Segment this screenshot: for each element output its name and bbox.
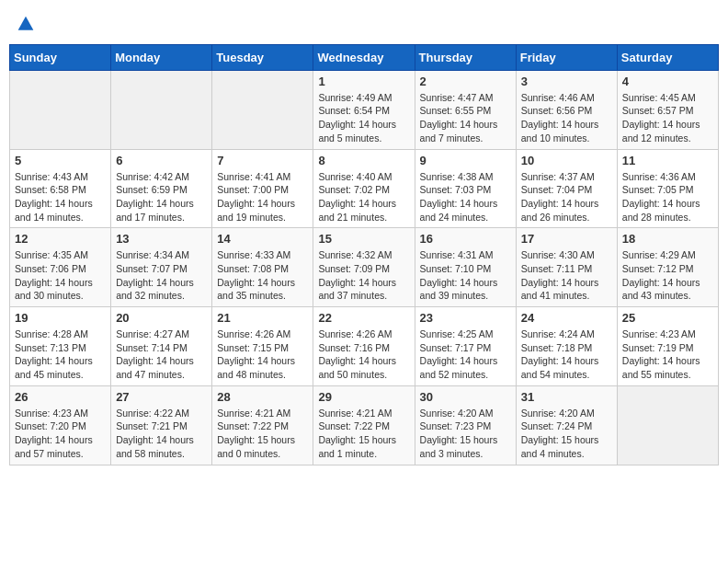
calendar-cell [111, 70, 212, 149]
header-row: SundayMondayTuesdayWednesdayThursdayFrid… [10, 44, 719, 70]
calendar-cell: 3Sunrise: 4:46 AM Sunset: 6:56 PM Daylig… [516, 70, 617, 149]
day-number: 17 [521, 232, 612, 246]
calendar-cell: 9Sunrise: 4:38 AM Sunset: 7:03 PM Daylig… [415, 149, 516, 228]
day-number: 25 [622, 311, 713, 325]
day-header-sunday: Sunday [10, 44, 111, 70]
cell-info: Sunrise: 4:32 AM Sunset: 7:09 PM Dayligh… [318, 248, 409, 303]
day-number: 22 [318, 311, 409, 325]
day-number: 31 [521, 390, 612, 404]
cell-info: Sunrise: 4:42 AM Sunset: 6:59 PM Dayligh… [116, 170, 207, 224]
calendar-cell: 21Sunrise: 4:26 AM Sunset: 7:15 PM Dayli… [212, 307, 313, 386]
cell-info: Sunrise: 4:26 AM Sunset: 7:16 PM Dayligh… [318, 327, 409, 382]
calendar-cell [617, 385, 718, 465]
cell-info: Sunrise: 4:43 AM Sunset: 6:58 PM Dayligh… [15, 170, 106, 224]
calendar-cell: 23Sunrise: 4:25 AM Sunset: 7:17 PM Dayli… [415, 307, 516, 386]
calendar-cell: 29Sunrise: 4:21 AM Sunset: 7:22 PM Dayli… [313, 385, 415, 465]
day-number: 8 [318, 154, 409, 167]
day-header-monday: Monday [111, 44, 212, 70]
day-number: 5 [15, 154, 106, 167]
logo [17, 13, 35, 33]
cell-info: Sunrise: 4:21 AM Sunset: 7:22 PM Dayligh… [217, 407, 308, 461]
day-number: 15 [318, 232, 409, 246]
logo-text [17, 13, 35, 33]
day-number: 12 [15, 232, 106, 246]
day-number: 1 [318, 75, 409, 88]
day-number: 29 [318, 390, 409, 404]
cell-info: Sunrise: 4:33 AM Sunset: 7:08 PM Dayligh… [217, 248, 308, 303]
cell-info: Sunrise: 4:45 AM Sunset: 6:57 PM Dayligh… [622, 91, 713, 145]
calendar-cell: 8Sunrise: 4:40 AM Sunset: 7:02 PM Daylig… [313, 149, 415, 228]
cell-info: Sunrise: 4:49 AM Sunset: 6:54 PM Dayligh… [318, 91, 409, 145]
cell-info: Sunrise: 4:31 AM Sunset: 7:10 PM Dayligh… [420, 248, 511, 303]
cell-info: Sunrise: 4:26 AM Sunset: 7:15 PM Dayligh… [217, 327, 308, 382]
logo-icon [17, 15, 35, 33]
calendar-cell: 16Sunrise: 4:31 AM Sunset: 7:10 PM Dayli… [415, 228, 516, 307]
calendar-cell: 15Sunrise: 4:32 AM Sunset: 7:09 PM Dayli… [313, 228, 415, 307]
calendar-cell: 6Sunrise: 4:42 AM Sunset: 6:59 PM Daylig… [111, 149, 212, 228]
calendar-cell: 2Sunrise: 4:47 AM Sunset: 6:55 PM Daylig… [415, 70, 516, 149]
calendar-cell [10, 70, 111, 149]
day-number: 28 [217, 390, 308, 404]
day-header-thursday: Thursday [415, 44, 516, 70]
cell-info: Sunrise: 4:47 AM Sunset: 6:55 PM Dayligh… [420, 91, 511, 145]
day-number: 30 [420, 390, 511, 404]
week-row-4: 19Sunrise: 4:28 AM Sunset: 7:13 PM Dayli… [10, 307, 719, 386]
cell-info: Sunrise: 4:20 AM Sunset: 7:23 PM Dayligh… [420, 407, 511, 461]
day-number: 27 [116, 390, 207, 404]
day-number: 11 [622, 154, 713, 167]
cell-info: Sunrise: 4:20 AM Sunset: 7:24 PM Dayligh… [521, 407, 612, 461]
day-number: 2 [420, 75, 511, 88]
calendar-cell: 19Sunrise: 4:28 AM Sunset: 7:13 PM Dayli… [10, 307, 111, 386]
calendar-cell: 22Sunrise: 4:26 AM Sunset: 7:16 PM Dayli… [313, 307, 415, 386]
day-number: 24 [521, 311, 612, 325]
cell-info: Sunrise: 4:36 AM Sunset: 7:05 PM Dayligh… [622, 170, 713, 224]
calendar-cell: 17Sunrise: 4:30 AM Sunset: 7:11 PM Dayli… [516, 228, 617, 307]
calendar-cell: 24Sunrise: 4:24 AM Sunset: 7:18 PM Dayli… [516, 307, 617, 386]
cell-info: Sunrise: 4:24 AM Sunset: 7:18 PM Dayligh… [521, 327, 612, 382]
cell-info: Sunrise: 4:35 AM Sunset: 7:06 PM Dayligh… [15, 248, 106, 303]
day-header-friday: Friday [516, 44, 617, 70]
day-header-tuesday: Tuesday [212, 44, 313, 70]
day-number: 3 [521, 75, 612, 88]
cell-info: Sunrise: 4:23 AM Sunset: 7:20 PM Dayligh… [15, 407, 106, 461]
page-header [9, 9, 719, 37]
cell-info: Sunrise: 4:29 AM Sunset: 7:12 PM Dayligh… [622, 248, 713, 303]
cell-info: Sunrise: 4:21 AM Sunset: 7:22 PM Dayligh… [318, 407, 409, 461]
day-number: 20 [116, 311, 207, 325]
calendar-cell: 13Sunrise: 4:34 AM Sunset: 7:07 PM Dayli… [111, 228, 212, 307]
cell-info: Sunrise: 4:41 AM Sunset: 7:00 PM Dayligh… [217, 170, 308, 224]
cell-info: Sunrise: 4:46 AM Sunset: 6:56 PM Dayligh… [521, 91, 612, 145]
cell-info: Sunrise: 4:40 AM Sunset: 7:02 PM Dayligh… [318, 170, 409, 224]
day-number: 7 [217, 154, 308, 167]
week-row-1: 1Sunrise: 4:49 AM Sunset: 6:54 PM Daylig… [10, 70, 719, 149]
calendar-cell: 11Sunrise: 4:36 AM Sunset: 7:05 PM Dayli… [617, 149, 718, 228]
day-number: 14 [217, 232, 308, 246]
week-row-3: 12Sunrise: 4:35 AM Sunset: 7:06 PM Dayli… [10, 228, 719, 307]
day-number: 23 [420, 311, 511, 325]
week-row-2: 5Sunrise: 4:43 AM Sunset: 6:58 PM Daylig… [10, 149, 719, 228]
day-number: 26 [15, 390, 106, 404]
calendar-table: SundayMondayTuesdayWednesdayThursdayFrid… [9, 44, 719, 465]
svg-marker-0 [18, 16, 34, 29]
cell-info: Sunrise: 4:34 AM Sunset: 7:07 PM Dayligh… [116, 248, 207, 303]
calendar-cell: 25Sunrise: 4:23 AM Sunset: 7:19 PM Dayli… [617, 307, 718, 386]
week-row-5: 26Sunrise: 4:23 AM Sunset: 7:20 PM Dayli… [10, 385, 719, 465]
day-number: 4 [622, 75, 713, 88]
calendar-cell: 26Sunrise: 4:23 AM Sunset: 7:20 PM Dayli… [10, 385, 111, 465]
cell-info: Sunrise: 4:37 AM Sunset: 7:04 PM Dayligh… [521, 170, 612, 224]
calendar-cell: 27Sunrise: 4:22 AM Sunset: 7:21 PM Dayli… [111, 385, 212, 465]
calendar-cell: 28Sunrise: 4:21 AM Sunset: 7:22 PM Dayli… [212, 385, 313, 465]
day-number: 19 [15, 311, 106, 325]
cell-info: Sunrise: 4:25 AM Sunset: 7:17 PM Dayligh… [420, 327, 511, 382]
cell-info: Sunrise: 4:23 AM Sunset: 7:19 PM Dayligh… [622, 327, 713, 382]
day-header-wednesday: Wednesday [313, 44, 415, 70]
calendar-cell: 1Sunrise: 4:49 AM Sunset: 6:54 PM Daylig… [313, 70, 415, 149]
calendar-cell: 20Sunrise: 4:27 AM Sunset: 7:14 PM Dayli… [111, 307, 212, 386]
calendar-cell: 7Sunrise: 4:41 AM Sunset: 7:00 PM Daylig… [212, 149, 313, 228]
day-number: 10 [521, 154, 612, 167]
day-number: 13 [116, 232, 207, 246]
day-number: 18 [622, 232, 713, 246]
day-number: 16 [420, 232, 511, 246]
calendar-cell: 5Sunrise: 4:43 AM Sunset: 6:58 PM Daylig… [10, 149, 111, 228]
calendar-cell: 30Sunrise: 4:20 AM Sunset: 7:23 PM Dayli… [415, 385, 516, 465]
